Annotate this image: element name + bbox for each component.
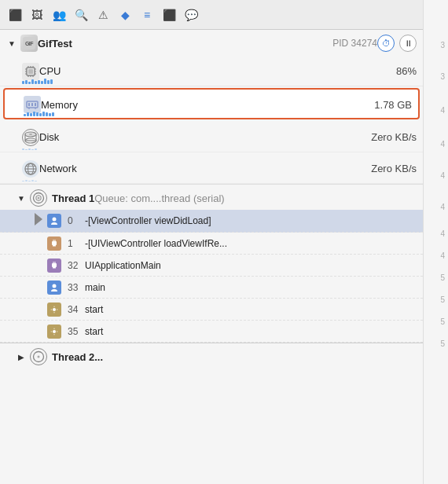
process-header[interactable]: ▼ GIF GifTest PID 34274 ⏱ ⏸ — [0, 30, 423, 55]
line-num-4: 4 — [424, 129, 448, 160]
svg-rect-39 — [52, 263, 57, 267]
frame-row-34[interactable]: 34 start — [0, 299, 423, 321]
frame-name-34: start — [85, 304, 417, 315]
network-value: Zero KB/s — [362, 163, 417, 174]
frame-number-35: 35 — [68, 326, 85, 337]
svg-rect-40 — [53, 267, 56, 269]
disk-value: Zero KB/s — [362, 131, 417, 143]
svg-point-32 — [38, 197, 40, 200]
right-sidebar: 3 3 4 4 4 4 4 4 5 5 5 5 — [423, 0, 448, 484]
frame-name-35: start — [85, 326, 417, 337]
cpu-label: CPU — [39, 65, 362, 77]
svg-point-43 — [53, 284, 57, 288]
line-num-8: 4 — [424, 245, 448, 267]
network-label: Network — [39, 163, 362, 174]
cpu-value: 86% — [362, 65, 417, 77]
line-num-9: 5 — [424, 267, 448, 289]
disk-mini-chart — [22, 144, 37, 150]
network-mini-chart — [22, 175, 37, 182]
frame-row-33[interactable]: 33 main — [0, 277, 423, 299]
svg-point-25 — [29, 134, 32, 135]
svg-rect-19 — [35, 103, 36, 106]
svg-point-44 — [53, 308, 56, 311]
toolbar-icon-window[interactable]: ⬛ — [6, 6, 24, 24]
thread-disclosure-triangle[interactable]: ▼ — [16, 192, 27, 204]
frame-icon-35 — [47, 324, 61, 339]
thread2-disclosure-triangle[interactable]: ▶ — [16, 351, 27, 362]
process-pid: PID 34274 — [332, 38, 377, 49]
process-name: GifTest — [38, 38, 328, 50]
line-num-6: 4 — [424, 192, 448, 223]
frame-number-0: 0 — [68, 215, 85, 226]
svg-rect-18 — [31, 103, 33, 106]
frame-icon-0 — [47, 214, 61, 228]
frame-name-1: -[UIViewController loadViewIfRe... — [85, 238, 417, 249]
svg-point-34 — [53, 218, 57, 222]
network-resource-row[interactable]: Network Zero KB/s — [0, 152, 423, 184]
content-area: ▼ GIF GifTest PID 34274 ⏱ ⏸ — [0, 30, 423, 484]
process-disclosure-triangle[interactable]: ▼ — [6, 38, 17, 49]
frame-number-33: 33 — [68, 282, 85, 293]
line-num-1: 3 — [424, 30, 448, 61]
toolbar-icon-bubble[interactable]: 💬 — [182, 6, 200, 24]
toolbar-icon-square[interactable]: ⬛ — [160, 6, 178, 24]
line-num-11: 5 — [424, 311, 448, 333]
frame-row-1[interactable]: 1 -[UIViewController loadViewIfRe... — [0, 233, 423, 255]
frame-icon-34 — [47, 302, 61, 317]
line-num-5: 4 — [424, 160, 448, 192]
disk-resource-row[interactable]: Disk Zero KB/s — [0, 121, 423, 152]
memory-resource-row[interactable]: Memory 1.78 GB — [3, 88, 420, 119]
frame-icon-33 — [47, 280, 61, 295]
toolbar-icon-search[interactable]: 🔍 — [72, 6, 90, 24]
toolbar-icon-users[interactable]: 👥 — [50, 6, 68, 24]
line-num-10: 5 — [424, 289, 448, 311]
svg-point-45 — [53, 330, 56, 333]
line-num-3: 4 — [424, 93, 448, 129]
frame-name-0: -[ViewController viewDidLoad] — [85, 215, 417, 226]
thread2-header[interactable]: ▶ Thread 2... — [0, 343, 423, 368]
toolbar-icon-diamond[interactable]: ◆ — [116, 6, 134, 24]
frame-icon-32 — [47, 258, 61, 273]
thread1-name: Thread 1 — [52, 192, 94, 204]
svg-marker-33 — [35, 213, 42, 226]
process-actions: ⏱ ⏸ — [377, 35, 417, 52]
line-num-2: 3 — [424, 61, 448, 93]
frame-number-32: 32 — [68, 260, 85, 271]
thread1-header[interactable]: ▼ Thread 1 Queue: com....thread (serial) — [0, 184, 423, 210]
toolbar: ⬛ 🖼 👥 🔍 ⚠ ◆ ≡ ⬛ 💬 — [0, 0, 423, 30]
main-panel: ⬛ 🖼 👥 🔍 ⚠ ◆ ≡ ⬛ 💬 ▼ GIF GifTest PID 3427… — [0, 0, 423, 484]
disk-label: Disk — [39, 131, 362, 143]
process-app-icon: GIF — [20, 35, 38, 52]
thread-icon — [30, 189, 47, 207]
frame-row-32[interactable]: 32 UIApplicationMain — [0, 255, 423, 277]
cpu-mini-chart — [22, 78, 53, 84]
profile-button[interactable]: ⏱ — [377, 35, 395, 52]
svg-text:GIF: GIF — [25, 41, 34, 46]
frame-name-32: UIApplicationMain — [85, 260, 417, 271]
svg-rect-3 — [28, 69, 33, 74]
thread2-name: Thread 2... — [52, 351, 103, 363]
frame-row-0[interactable]: 0 -[ViewController viewDidLoad] — [0, 210, 423, 233]
frame-row-35[interactable]: 35 start — [0, 321, 423, 343]
frame-number-34: 34 — [68, 304, 85, 315]
pause-button[interactable]: ⏸ — [399, 35, 417, 52]
cpu-resource-row[interactable]: CPU 86% — [0, 55, 423, 86]
svg-point-47 — [38, 356, 40, 358]
line-num-7: 4 — [424, 223, 448, 245]
line-num-12: 5 — [424, 333, 448, 355]
toolbar-icon-image[interactable]: 🖼 — [28, 6, 46, 24]
frame-number-1: 1 — [68, 238, 85, 249]
selector-arrow-0 — [35, 213, 44, 229]
svg-rect-35 — [52, 241, 57, 245]
svg-rect-36 — [53, 245, 56, 247]
thread2-icon — [30, 348, 47, 365]
svg-rect-17 — [28, 103, 30, 106]
frame-icon-1 — [47, 236, 61, 251]
thread1-queue: Queue: com....thread (serial) — [94, 192, 224, 204]
toolbar-icon-list[interactable]: ≡ — [138, 6, 156, 24]
memory-label: Memory — [41, 99, 357, 111]
toolbar-icon-alert[interactable]: ⚠ — [94, 6, 112, 24]
memory-mini-chart — [24, 110, 54, 116]
frame-name-33: main — [85, 282, 417, 293]
memory-value: 1.78 GB — [357, 99, 412, 111]
